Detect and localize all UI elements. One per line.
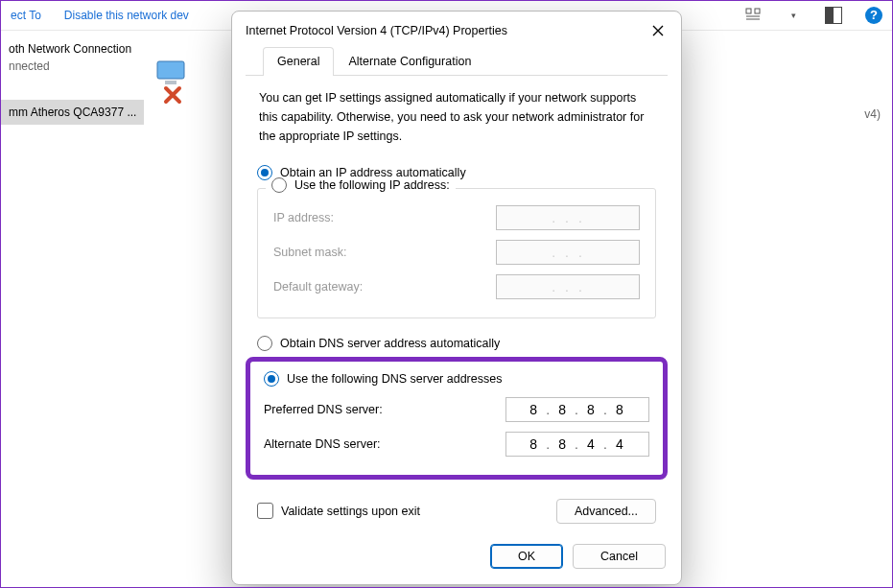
radio-dns-auto-row[interactable]: Obtain DNS server address automatically	[257, 332, 656, 357]
radio-dns-manual[interactable]	[264, 371, 279, 387]
ipv4-properties-dialog: Internet Protocol Version 4 (TCP/IPv4) P…	[231, 11, 682, 585]
tabs: General Alternate Configuration	[246, 46, 668, 76]
radio-ip-manual-label: Use the following IP address:	[294, 178, 450, 192]
validate-settings-checkbox[interactable]	[257, 503, 273, 519]
alternate-dns-label: Alternate DNS server:	[264, 437, 381, 451]
cancel-button[interactable]: Cancel	[573, 544, 666, 569]
subnet-mask-label: Subnet mask:	[273, 246, 346, 259]
radio-ip-auto-label: Obtain an IP address automatically	[280, 166, 466, 179]
default-gateway-label: Default gateway:	[273, 280, 363, 294]
tab-alternate-configuration[interactable]: Alternate Configuration	[334, 47, 485, 76]
radio-ip-manual[interactable]	[271, 177, 287, 193]
ip-address-label: IP address:	[273, 211, 334, 224]
ok-button[interactable]: OK	[490, 544, 563, 569]
preferred-dns-input[interactable]: 8. 8. 8. 8	[505, 397, 649, 422]
radio-ip-manual-row[interactable]: Use the following IP address:	[266, 177, 456, 193]
ip-address-input: ...	[496, 205, 640, 230]
settings-hint: You can get IP settings assigned automat…	[259, 89, 654, 146]
titlebar: Internet Protocol Version 4 (TCP/IPv4) P…	[232, 12, 681, 46]
subnet-mask-input: ...	[496, 240, 640, 265]
preferred-dns-label: Preferred DNS server:	[264, 403, 383, 416]
alternate-dns-input[interactable]: 8. 8. 4. 4	[505, 432, 649, 457]
radio-dns-manual-row[interactable]: Use the following DNS server addresses	[264, 367, 649, 392]
advanced-button[interactable]: Advanced...	[556, 499, 656, 524]
dialog-title: Internet Protocol Version 4 (TCP/IPv4) P…	[246, 24, 507, 37]
tab-general[interactable]: General	[263, 47, 334, 76]
validate-settings-label: Validate settings upon exit	[281, 505, 420, 518]
radio-dns-auto[interactable]	[257, 336, 272, 351]
default-gateway-input: ...	[496, 274, 640, 299]
radio-dns-auto-label: Obtain DNS server address automatically	[280, 337, 500, 350]
radio-dns-manual-label: Use the following DNS server addresses	[287, 372, 502, 386]
dns-highlight-block: Use the following DNS server addresses P…	[246, 357, 668, 480]
validate-settings-row[interactable]: Validate settings upon exit	[257, 497, 420, 525]
close-icon[interactable]	[648, 21, 668, 40]
